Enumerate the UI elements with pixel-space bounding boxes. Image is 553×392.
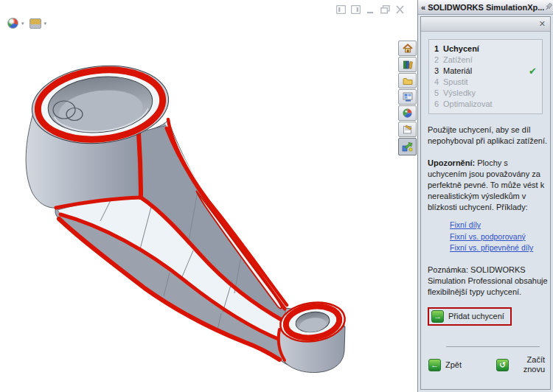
step-optimalizovat[interactable]: 6 Optimalizovat [434, 99, 537, 110]
taskpane-tab-appearances[interactable] [398, 105, 417, 121]
taskpane-tab-design-library[interactable] [398, 57, 417, 72]
restart-button[interactable]: ↺ Začít znovu [496, 355, 545, 374]
add-fixture-button[interactable]: Přidat uchycení [448, 311, 504, 322]
viewport-toolbar: ▾ ▾ [7, 18, 49, 29]
taskpane-title: SOLIDWORKS SimulationXp... [428, 3, 544, 12]
simulationxpress-icon [402, 141, 413, 152]
note-text: Poznámka: SOLIDWORKS Simulation Professi… [428, 265, 548, 298]
wizard-close-icon[interactable]: ✕ [539, 20, 546, 28]
restore-icon[interactable] [380, 5, 390, 14]
back-button[interactable]: ← Zpět [428, 359, 462, 371]
warning-label: Upozornění: [428, 158, 475, 167]
scene-dropdown-caret[interactable]: ▾ [44, 21, 47, 27]
footer-divider [446, 346, 540, 347]
step-uchyceni[interactable]: 1 Uchycení [434, 43, 537, 55]
wizard-header: ✕ [421, 17, 550, 32]
pane-right-icon[interactable] [351, 5, 361, 14]
graphics-viewport[interactable]: ▾ ▾ [0, 0, 398, 392]
custom-properties-icon [403, 125, 412, 134]
wizard-footer: ← Zpět ↺ Začít znovu [421, 346, 550, 380]
appearances-sphere-icon [403, 108, 412, 118]
step-vysledky[interactable]: 5 Výsledky [434, 88, 537, 99]
design-library-icon [403, 60, 413, 69]
step-zatizeni[interactable]: 2 Zatížení [434, 55, 537, 66]
wizard-panel: ✕ 1 Uchycení 2 Zatížení 3 Materiál ✔ [420, 16, 551, 390]
restart-arrow-icon[interactable]: ↺ [496, 359, 509, 371]
taskpane-tab-file-explorer[interactable] [398, 73, 417, 88]
link-fixed-parts[interactable]: Fixní díly [450, 220, 543, 231]
example-links: Fixní díly Fixní vs. podporovaný Fixní v… [450, 220, 543, 254]
wizard-content: 1 Uchycení 2 Zatížení 3 Materiál ✔ 4 S [421, 32, 550, 326]
step-complete-check-icon: ✔ [529, 66, 537, 76]
minimize-icon[interactable] [366, 5, 375, 14]
wizard-steps: 1 Uchycení 2 Zatížení 3 Materiál ✔ 4 S [428, 39, 543, 114]
taskpane-titlebar[interactable]: « SOLIDWORKS SimulationXp... [418, 0, 553, 15]
warning-text: Upozornění: Plochy s uchycením jsou pova… [428, 158, 548, 213]
taskpane-tab-resources[interactable] [398, 41, 417, 56]
taskpane-simulationxpress: « SOLIDWORKS SimulationXp... ✕ 1 Uchycen… [417, 0, 553, 392]
step-material[interactable]: 3 Materiál ✔ [434, 66, 537, 77]
link-fixed-vs-supported[interactable]: Fixní vs. podporovaný [450, 231, 543, 243]
model-3d-rocker-arm[interactable] [0, 0, 398, 392]
step-spustit[interactable]: 4 Spustit [434, 77, 537, 88]
taskpane-tabstrip [398, 41, 417, 155]
intro-text: Použijte uchycení, aby se díl nepohybova… [428, 125, 548, 147]
edit-appearance-icon[interactable] [7, 18, 18, 29]
add-fixture-annotation-box: → Přidat uchycení [428, 307, 512, 326]
taskpane-tab-view-palette[interactable] [398, 89, 417, 105]
back-arrow-icon[interactable]: ← [428, 359, 441, 371]
appearance-dropdown-caret[interactable]: ▾ [21, 21, 24, 27]
add-fixture-arrow-icon[interactable]: → [431, 310, 444, 323]
close-icon[interactable] [395, 5, 405, 14]
view-palette-icon [403, 92, 413, 102]
taskpane-tab-simulationxpress[interactable] [398, 138, 417, 155]
taskpane-tab-custom-properties[interactable] [398, 122, 417, 137]
solidworks-window: ▾ ▾ [0, 0, 553, 392]
home-icon [403, 43, 413, 53]
folder-icon [403, 77, 413, 85]
pane-left-icon[interactable] [336, 5, 346, 14]
document-window-controls [336, 5, 405, 14]
pin-icon[interactable] [544, 2, 553, 13]
link-fixed-vs-attached[interactable]: Fixní vs. připevněné díly [450, 242, 543, 254]
apply-scene-icon[interactable] [29, 18, 41, 29]
collapse-chevron-icon[interactable]: « [421, 3, 425, 12]
